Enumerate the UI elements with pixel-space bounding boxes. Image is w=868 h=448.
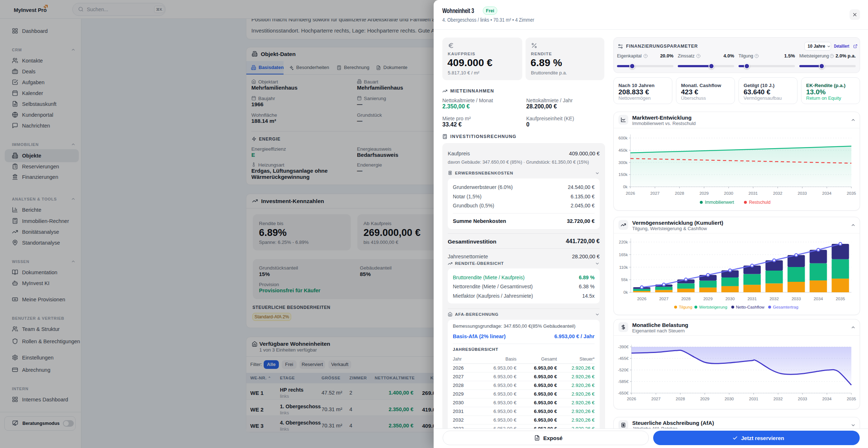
svg-text:2031: 2031 (749, 397, 758, 401)
svg-text:-390€: -390€ (618, 345, 629, 349)
svg-text:Restschuld: Restschuld (749, 200, 770, 205)
svg-text:220k: 220k (619, 240, 628, 244)
svg-text:2034: 2034 (822, 191, 831, 195)
svg-text:Netto-Cashflow: Netto-Cashflow (736, 305, 765, 309)
svg-text:2032: 2032 (774, 397, 783, 401)
svg-text:2030: 2030 (724, 191, 733, 195)
svg-text:2027: 2027 (659, 297, 669, 301)
svg-text:2032: 2032 (770, 297, 779, 301)
svg-text:2026: 2026 (626, 191, 635, 195)
svg-text:55k: 55k (621, 277, 628, 282)
svg-text:2033: 2033 (797, 191, 807, 195)
svg-text:0k: 0k (623, 185, 627, 189)
svg-text:2030: 2030 (724, 397, 734, 401)
svg-text:2033: 2033 (792, 297, 801, 301)
svg-text:2029: 2029 (703, 297, 713, 301)
svg-text:2034: 2034 (814, 297, 823, 301)
svg-text:2029: 2029 (700, 397, 710, 401)
svg-text:165k: 165k (619, 253, 628, 257)
svg-text:2028: 2028 (681, 297, 691, 301)
svg-text:-520€: -520€ (618, 368, 629, 372)
svg-text:600k: 600k (618, 136, 627, 140)
svg-text:2030: 2030 (726, 297, 735, 301)
svg-text:150k: 150k (618, 172, 627, 177)
svg-text:2034: 2034 (822, 397, 832, 401)
svg-text:2031: 2031 (749, 191, 758, 195)
svg-text:-650€: -650€ (618, 391, 629, 395)
svg-text:Wertsteigerung: Wertsteigerung (699, 305, 727, 309)
svg-text:2027: 2027 (650, 191, 660, 195)
svg-text:2033: 2033 (798, 397, 807, 401)
svg-text:2035: 2035 (847, 397, 856, 401)
svg-text:2026: 2026 (627, 397, 636, 401)
svg-text:Immobilienwert: Immobilienwert (705, 200, 734, 205)
svg-text:0k: 0k (624, 290, 628, 294)
svg-text:-585€: -585€ (618, 379, 629, 384)
svg-text:2028: 2028 (675, 191, 684, 195)
svg-text:2035: 2035 (836, 297, 845, 301)
svg-text:2026: 2026 (637, 297, 647, 301)
svg-text:2035: 2035 (847, 191, 856, 195)
svg-text:2028: 2028 (676, 397, 685, 401)
svg-text:110k: 110k (619, 265, 628, 270)
svg-text:-455€: -455€ (618, 356, 629, 361)
svg-text:Tilgung: Tilgung (679, 305, 692, 309)
svg-text:450k: 450k (618, 148, 627, 152)
svg-text:2031: 2031 (748, 297, 757, 301)
svg-text:300k: 300k (618, 160, 627, 165)
svg-text:2032: 2032 (773, 191, 783, 195)
svg-text:Gesamtertrag: Gesamtertrag (773, 305, 798, 309)
svg-text:2029: 2029 (699, 191, 709, 195)
svg-text:2027: 2027 (651, 397, 661, 401)
